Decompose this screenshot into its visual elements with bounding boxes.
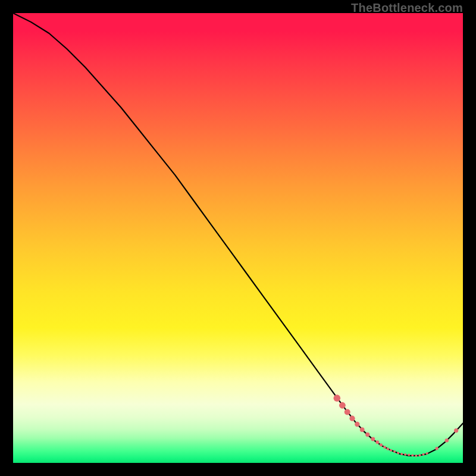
data-marker: [422, 453, 424, 456]
data-marker: [371, 437, 375, 441]
data-marker: [408, 453, 410, 456]
plot-area: [13, 13, 463, 463]
data-marker: [404, 453, 406, 456]
marker-group: [334, 394, 459, 457]
data-marker: [383, 446, 386, 449]
data-marker: [393, 450, 396, 453]
data-marker: [345, 409, 350, 415]
data-marker: [426, 452, 428, 455]
data-marker: [415, 455, 417, 457]
data-marker: [454, 428, 458, 433]
data-marker: [360, 427, 365, 432]
data-marker: [397, 452, 399, 454]
data-marker: [445, 439, 449, 442]
data-marker: [349, 416, 355, 421]
data-marker: [390, 449, 392, 452]
data-marker: [365, 433, 369, 437]
bottleneck-curve: [13, 13, 463, 456]
chart-svg: [13, 13, 463, 463]
data-marker: [334, 394, 341, 402]
data-marker: [387, 447, 389, 450]
data-marker: [400, 453, 403, 455]
data-marker: [435, 447, 438, 450]
data-marker: [339, 402, 346, 409]
data-marker: [418, 454, 421, 456]
chart-stage: TheBottleneck.com: [0, 0, 476, 476]
data-marker: [411, 454, 414, 456]
data-marker: [355, 422, 359, 427]
data-marker: [375, 440, 379, 444]
data-marker: [380, 443, 383, 446]
